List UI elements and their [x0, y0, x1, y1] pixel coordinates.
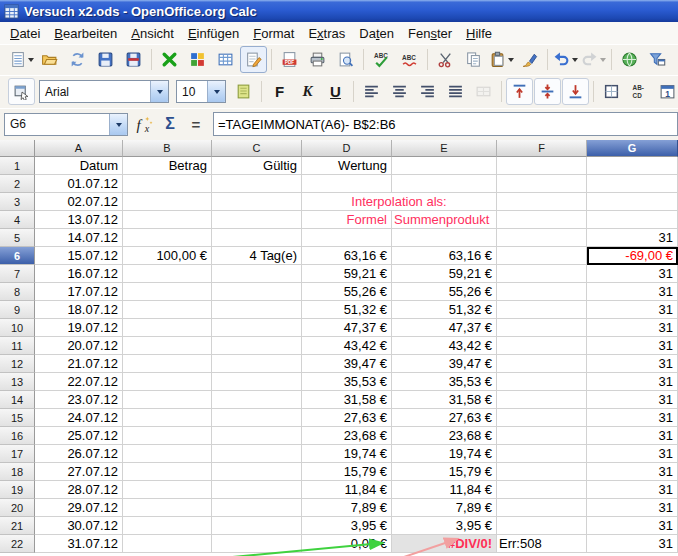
date-format-button[interactable]: 1 — [654, 78, 678, 105]
cell-B11[interactable] — [123, 337, 212, 355]
cell-D14[interactable]: 31,58 € — [302, 391, 392, 409]
cell-E5[interactable] — [392, 229, 497, 247]
row-header-1[interactable]: 1 — [0, 157, 35, 175]
row-header-11[interactable]: 11 — [0, 337, 35, 355]
cell-A20[interactable]: 29.07.12 — [35, 499, 123, 517]
cell-G16[interactable]: 31 — [587, 427, 678, 445]
cell-G3[interactable] — [587, 193, 678, 211]
cell-A14[interactable]: 23.07.12 — [35, 391, 123, 409]
col-header-F[interactable]: F — [497, 140, 587, 157]
cell-F8[interactable] — [497, 283, 587, 301]
col-header-A[interactable]: A — [35, 140, 123, 157]
cell-B18[interactable] — [123, 463, 212, 481]
cell-D2[interactable] — [302, 175, 392, 193]
cell-E19[interactable]: 11,84 € — [392, 481, 497, 499]
cell-B8[interactable] — [123, 283, 212, 301]
cell-E8[interactable]: 55,26 € — [392, 283, 497, 301]
cell-G9[interactable]: 31 — [587, 301, 678, 319]
cell-B6[interactable]: 100,00 € — [123, 247, 212, 265]
col-header-E[interactable]: E — [392, 140, 497, 157]
cell-F17[interactable] — [497, 445, 587, 463]
cell-B12[interactable] — [123, 355, 212, 373]
cell-G8[interactable]: 31 — [587, 283, 678, 301]
cell-C22[interactable] — [212, 535, 302, 553]
cell-F5[interactable] — [497, 229, 587, 247]
align-vcenter-button[interactable] — [534, 78, 561, 105]
row-header-13[interactable]: 13 — [0, 373, 35, 391]
cell-B22[interactable] — [123, 535, 212, 553]
paste-button[interactable] — [488, 46, 515, 73]
row-header-6[interactable]: 6 — [0, 247, 35, 265]
cell-A12[interactable]: 21.07.12 — [35, 355, 123, 373]
cell-E9[interactable]: 51,32 € — [392, 301, 497, 319]
cell-F15[interactable] — [497, 409, 587, 427]
col-header-G[interactable]: G — [587, 140, 678, 157]
cell-B14[interactable] — [123, 391, 212, 409]
row-header-7[interactable]: 7 — [0, 265, 35, 283]
cell-F4[interactable] — [497, 211, 587, 229]
page-preview-button[interactable] — [332, 46, 359, 73]
cell-B9[interactable] — [123, 301, 212, 319]
cell-C8[interactable] — [212, 283, 302, 301]
cell-C5[interactable] — [212, 229, 302, 247]
save-button[interactable] — [92, 46, 119, 73]
name-box-dropdown-icon[interactable] — [109, 114, 127, 135]
print-button[interactable] — [304, 46, 331, 73]
cell-C13[interactable] — [212, 373, 302, 391]
row-header-17[interactable]: 17 — [0, 445, 35, 463]
cell-F11[interactable] — [497, 337, 587, 355]
cell-A3[interactable]: 02.07.12 — [35, 193, 123, 211]
bold-button[interactable]: F — [266, 78, 293, 105]
cell-D17[interactable]: 19,74 € — [302, 445, 392, 463]
align-center-button[interactable] — [386, 78, 413, 105]
dropdown-caret-icon[interactable] — [28, 58, 34, 65]
cell-E22[interactable]: #DIV/0! — [392, 535, 497, 553]
cell-E6[interactable]: 63,16 € — [392, 247, 497, 265]
exit-button[interactable] — [156, 46, 183, 73]
cell-D15[interactable]: 27,63 € — [302, 409, 392, 427]
font-name-combo-dropdown-icon[interactable] — [150, 81, 168, 102]
row-header-14[interactable]: 14 — [0, 391, 35, 409]
cell-F14[interactable] — [497, 391, 587, 409]
font-size-combo-dropdown-icon[interactable] — [207, 81, 225, 102]
merge-cells-button[interactable] — [470, 78, 497, 105]
cell-D20[interactable]: 7,89 € — [302, 499, 392, 517]
cell-D10[interactable]: 47,37 € — [302, 319, 392, 337]
cell-G15[interactable]: 31 — [587, 409, 678, 427]
cell-B1[interactable]: Betrag — [123, 157, 212, 175]
cell-F6[interactable] — [497, 247, 587, 265]
cell-A13[interactable]: 22.07.12 — [35, 373, 123, 391]
page-style-button[interactable] — [230, 78, 257, 105]
cell-G17[interactable]: 31 — [587, 445, 678, 463]
menu-daten[interactable]: Daten — [352, 23, 401, 44]
align-bottom-button[interactable] — [562, 78, 589, 105]
cell-B3[interactable] — [123, 193, 212, 211]
cell-E18[interactable]: 15,79 € — [392, 463, 497, 481]
wrap-text-button[interactable]: AB-CD — [626, 78, 653, 105]
cell-B2[interactable] — [123, 175, 212, 193]
cell-E16[interactable]: 23,68 € — [392, 427, 497, 445]
dropdown-caret-icon[interactable] — [572, 58, 578, 65]
cell-E21[interactable]: 3,95 € — [392, 517, 497, 535]
dropdown-caret-icon[interactable] — [508, 58, 514, 65]
cell-F12[interactable] — [497, 355, 587, 373]
cell-C6[interactable]: 4 Tag(e) — [212, 247, 302, 265]
cell-A18[interactable]: 27.07.12 — [35, 463, 123, 481]
row-header-10[interactable]: 10 — [0, 319, 35, 337]
cell-G20[interactable]: 31 — [587, 499, 678, 517]
gallery-button[interactable] — [184, 46, 211, 73]
cell-D6[interactable]: 63,16 € — [302, 247, 392, 265]
cell-F1[interactable] — [497, 157, 587, 175]
menu-format[interactable]: Format — [246, 23, 301, 44]
row-header-19[interactable]: 19 — [0, 481, 35, 499]
cell-G13[interactable]: 31 — [587, 373, 678, 391]
cell-D13[interactable]: 35,53 € — [302, 373, 392, 391]
cell-A15[interactable]: 24.07.12 — [35, 409, 123, 427]
menu-datei[interactable]: Datei — [3, 23, 47, 44]
copy-button[interactable] — [460, 46, 487, 73]
cell-B21[interactable] — [123, 517, 212, 535]
row-header-5[interactable]: 5 — [0, 229, 35, 247]
cell-B5[interactable] — [123, 229, 212, 247]
cell-A11[interactable]: 20.07.12 — [35, 337, 123, 355]
cell-F13[interactable] — [497, 373, 587, 391]
